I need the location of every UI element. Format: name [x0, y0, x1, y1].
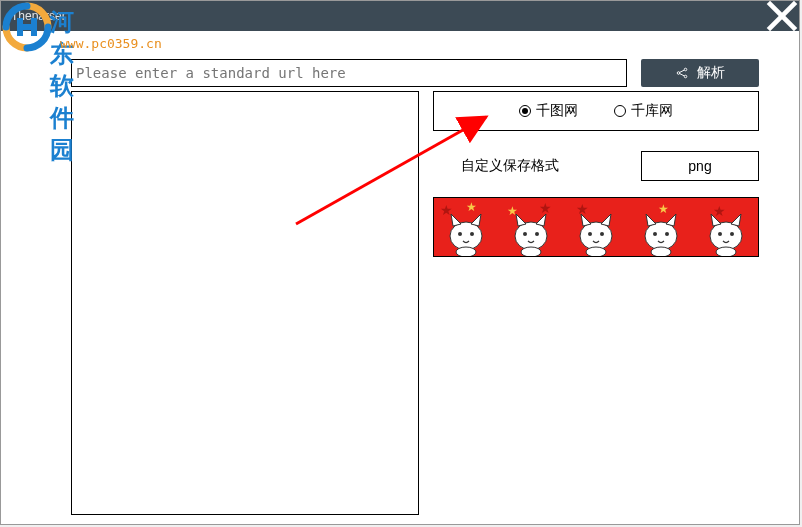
radio-qiantu[interactable]: 千图网	[519, 102, 578, 120]
close-button[interactable]	[765, 1, 799, 31]
svg-point-22	[651, 247, 671, 256]
content-area: 解析 千图网 千库网 自定义保存格式 png	[1, 31, 799, 524]
format-row: 自定义保存格式 png	[433, 149, 759, 183]
radio-icon	[614, 105, 626, 117]
radio-qianku[interactable]: 千库网	[614, 102, 673, 120]
svg-point-16	[588, 232, 592, 236]
svg-point-2	[677, 72, 680, 75]
svg-point-20	[653, 232, 657, 236]
svg-point-26	[716, 247, 736, 256]
svg-point-23	[710, 222, 742, 250]
preview-box	[71, 91, 419, 515]
banner-image: ★ ★ ★ ★ ★ ★ ★	[433, 197, 759, 257]
svg-point-19	[645, 222, 677, 250]
svg-point-8	[458, 232, 462, 236]
svg-point-17	[600, 232, 604, 236]
source-radio-group: 千图网 千库网	[433, 91, 759, 131]
svg-point-14	[521, 247, 541, 256]
parse-button-label: 解析	[697, 64, 725, 82]
radio-label: 千图网	[536, 102, 578, 120]
window-title: Theparser	[11, 9, 66, 23]
url-row: 解析	[71, 59, 759, 87]
banner-cat-icon: ★ ★	[499, 198, 564, 256]
share-icon	[675, 66, 689, 80]
banner-cat-icon: ★	[693, 198, 758, 256]
banner-cat-icon: ★	[628, 198, 693, 256]
svg-point-11	[515, 222, 547, 250]
svg-point-12	[523, 232, 527, 236]
url-input[interactable]	[71, 59, 627, 87]
svg-point-9	[470, 232, 474, 236]
banner-cat-icon: ★ ★	[434, 198, 499, 256]
svg-point-7	[450, 222, 482, 250]
format-value: png	[688, 158, 711, 174]
svg-point-21	[665, 232, 669, 236]
svg-point-10	[456, 247, 476, 256]
svg-point-13	[535, 232, 539, 236]
svg-point-24	[718, 232, 722, 236]
svg-point-18	[586, 247, 606, 256]
svg-line-5	[680, 70, 685, 72]
close-icon	[765, 0, 799, 33]
svg-point-15	[580, 222, 612, 250]
svg-line-6	[680, 74, 685, 76]
svg-point-3	[684, 68, 687, 71]
titlebar: Theparser	[1, 1, 799, 31]
right-panel: 千图网 千库网 自定义保存格式 png ★ ★	[433, 91, 759, 257]
svg-point-25	[730, 232, 734, 236]
parse-button[interactable]: 解析	[641, 59, 759, 87]
format-label: 自定义保存格式	[461, 157, 559, 175]
format-input[interactable]: png	[641, 151, 759, 181]
radio-icon	[519, 105, 531, 117]
svg-point-4	[684, 75, 687, 78]
app-window: Theparser 解析	[0, 0, 800, 525]
banner-cat-icon: ★	[564, 198, 629, 256]
radio-label: 千库网	[631, 102, 673, 120]
